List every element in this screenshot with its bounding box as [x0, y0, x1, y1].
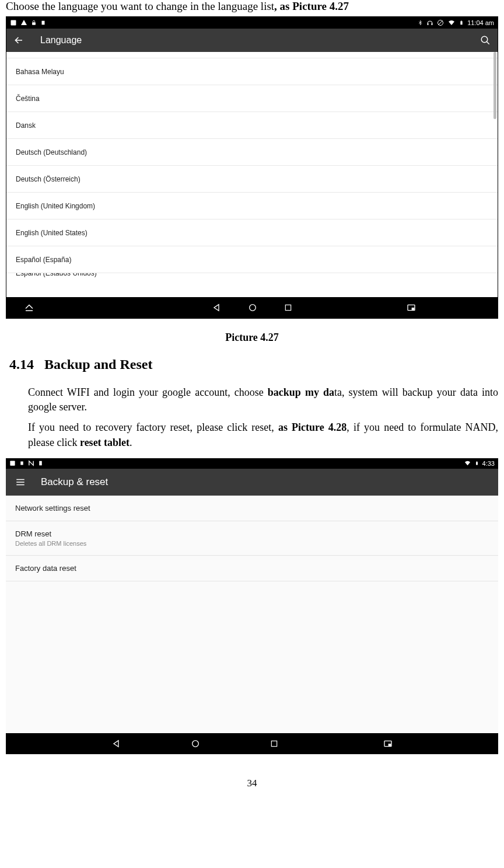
statusbar-time: 4:33 [482, 460, 495, 467]
nav-back-icon[interactable] [212, 303, 221, 312]
language-list[interactable]: Bahasa Indonesia Bahasa Melayu Čeština D… [6, 52, 498, 297]
nav-back-icon[interactable] [111, 739, 121, 748]
android-statusbar: 11:04 am [6, 17, 498, 29]
item-title: Network settings reset [15, 504, 489, 513]
list-item[interactable]: English (United States) [6, 219, 498, 246]
svg-rect-0 [11, 20, 16, 26]
svg-point-8 [481, 36, 488, 43]
list-item[interactable]: English (United Kingdom) [6, 192, 498, 219]
lang-label: English (United States) [16, 229, 88, 237]
backup-reset-list: Network settings reset DRM reset Deletes… [6, 496, 498, 581]
lang-label: Čeština [16, 95, 40, 103]
svg-rect-2 [428, 23, 429, 26]
empty-area [6, 581, 498, 733]
nav-screenshot-icon[interactable] [383, 739, 393, 748]
svg-rect-24 [388, 744, 391, 746]
sim-icon [38, 460, 43, 466]
headphones-icon [426, 19, 433, 26]
image-icon [9, 460, 16, 466]
item-title: DRM reset [15, 529, 489, 538]
statusbar-right-icons: 11:04 am [418, 19, 494, 26]
android-navbar [6, 733, 498, 754]
list-item[interactable]: Bahasa Indonesia [6, 52, 498, 58]
sd-card-icon [40, 19, 46, 26]
statusbar-left-icons [9, 460, 43, 466]
lang-label: Español (España) [16, 256, 71, 264]
item-title: Factory data reset [15, 564, 489, 573]
svg-rect-7 [461, 20, 461, 21]
svg-rect-3 [432, 23, 433, 26]
search-icon[interactable] [480, 35, 491, 46]
list-item-drm-reset[interactable]: DRM reset Deletes all DRM licenses [6, 521, 498, 556]
svg-rect-16 [476, 462, 478, 465]
bluetooth-icon [418, 19, 423, 26]
screenshot-backup-reset: 4:33 Backup & reset Network settings res… [6, 458, 498, 754]
scroll-indicator[interactable] [494, 52, 496, 119]
svg-line-5 [439, 21, 443, 25]
appbar-title: Backup & reset [41, 476, 108, 488]
wifi-icon [464, 460, 471, 466]
lang-label: Dansk [16, 121, 36, 130]
back-arrow-icon[interactable] [13, 35, 24, 46]
list-item[interactable]: Deutsch (Deutschland) [6, 138, 498, 165]
text: . [130, 437, 132, 448]
text-bold: backup my da [268, 386, 334, 398]
section-number: 4.14 [9, 357, 34, 372]
svg-point-21 [192, 740, 199, 747]
paragraph: Connect WIFI and login your google accou… [28, 385, 498, 414]
nav-hide-icon[interactable] [24, 302, 34, 313]
list-item[interactable]: Deutsch (Österreich) [6, 165, 498, 192]
svg-rect-17 [476, 462, 477, 462]
svg-rect-6 [460, 21, 462, 25]
battery-icon [475, 460, 479, 466]
backup-reset-appbar: Backup & reset [6, 469, 498, 496]
section-title: Backup and Reset [44, 357, 152, 372]
svg-rect-1 [32, 22, 36, 25]
list-item[interactable]: Español (España) [6, 246, 498, 273]
statusbar-time: 11:04 am [467, 19, 494, 26]
nav-recent-icon[interactable] [284, 304, 292, 312]
warning-icon [20, 19, 27, 26]
nav-screenshot-icon[interactable] [407, 303, 416, 312]
screenshot-language-list: 11:04 am Language Bahasa Indonesia Bahas… [6, 16, 498, 319]
intro-plain: Choose the language you want to change i… [6, 0, 274, 12]
text: Connect WIFI and login your google accou… [28, 386, 268, 398]
svg-line-9 [487, 41, 489, 44]
lang-label: English (United Kingdom) [16, 202, 95, 210]
svg-rect-12 [285, 305, 290, 310]
text-bold: as Picture 4.28 [278, 421, 346, 433]
svg-rect-22 [271, 741, 276, 746]
statusbar-left-icons [10, 19, 46, 26]
lock-icon [31, 19, 37, 26]
list-item[interactable]: Español (Estados Unidos) [6, 273, 498, 284]
lang-label: Deutsch (Österreich) [16, 175, 80, 183]
android-navbar [6, 297, 498, 318]
sd-card-icon [19, 460, 24, 466]
no-sim-icon [437, 19, 444, 26]
lang-label: Deutsch (Deutschland) [16, 148, 87, 156]
paragraph: If you need to recovery factory reset, p… [28, 420, 498, 449]
page-number: 34 [6, 778, 498, 789]
list-item[interactable]: Čeština [6, 85, 498, 111]
text-bold: reset tablet [80, 437, 130, 448]
list-item-network-reset[interactable]: Network settings reset [6, 496, 498, 521]
wifi-icon [447, 19, 456, 26]
list-item[interactable]: Dansk [6, 111, 498, 138]
image-icon [10, 19, 17, 26]
svg-point-11 [250, 305, 256, 311]
text: If you need to recovery factory reset, p… [28, 421, 278, 433]
lang-label: Español (Estados Unidos) [16, 273, 97, 277]
svg-rect-15 [10, 461, 15, 466]
battery-icon [459, 19, 464, 26]
language-appbar: Language [6, 29, 498, 52]
list-item[interactable]: Bahasa Melayu [6, 58, 498, 85]
list-item-factory-reset[interactable]: Factory data reset [6, 556, 498, 581]
figure-caption: Picture 4.27 [6, 332, 498, 344]
lang-label: Bahasa Melayu [16, 68, 64, 76]
nav-home-icon[interactable] [248, 303, 257, 312]
statusbar-right-icons: 4:33 [464, 460, 495, 467]
section-heading: 4.14Backup and Reset [9, 357, 498, 372]
nav-recent-icon[interactable] [270, 740, 278, 748]
nav-home-icon[interactable] [191, 739, 200, 748]
hamburger-menu-icon[interactable] [15, 477, 26, 487]
